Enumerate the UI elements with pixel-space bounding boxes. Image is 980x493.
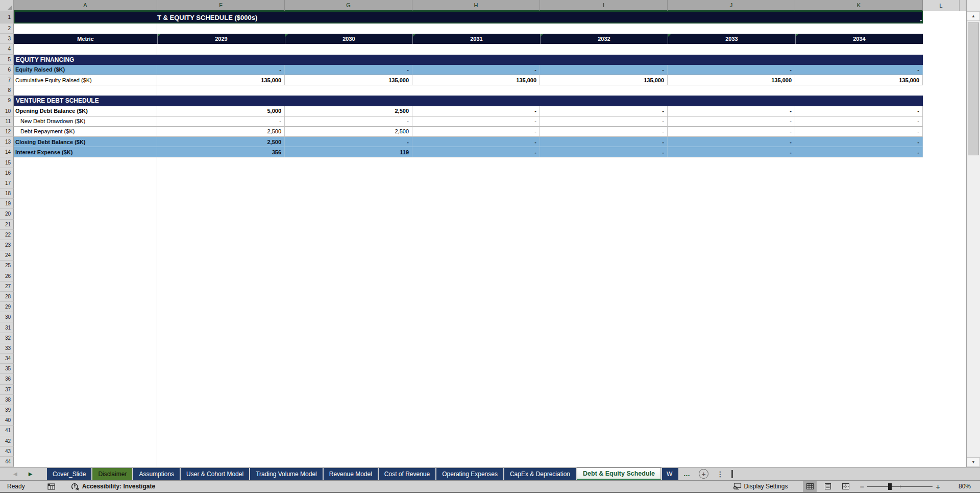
value-cell-2030[interactable]: - [285,137,412,147]
column-header-A[interactable]: A [14,0,157,11]
value-cell-2030[interactable]: - [285,65,412,75]
value-cell-2034[interactable]: - [795,65,923,75]
row-header-32[interactable]: 32 [0,333,14,343]
row-header-40[interactable]: 40 [0,415,14,426]
row-header-27[interactable]: 27 [0,281,14,292]
empty-cell[interactable] [14,415,157,426]
value-cell-2032[interactable]: - [540,116,668,127]
value-cell-2029[interactable]: - [157,116,285,127]
row-header-43[interactable]: 43 [0,447,14,457]
empty-cell[interactable] [14,85,157,96]
value-cell-2033[interactable]: - [668,137,795,147]
row-header-1[interactable]: 1 [0,11,14,24]
sheet-tab-disclaimer[interactable]: Disclaimer [92,468,132,480]
empty-cell[interactable] [14,374,157,384]
row-header-36[interactable]: 36 [0,374,14,384]
selection-fill-handle[interactable] [920,20,923,24]
value-cell-2030[interactable]: 135,000 [285,75,412,85]
label-cell[interactable]: Equity Raised ($K) [14,65,157,75]
value-cell-2029[interactable]: - [157,65,285,75]
year-header-cell-2031[interactable]: 2031 [412,34,540,44]
row-header-6[interactable]: 6 [0,65,14,75]
row-header-41[interactable]: 41 [0,426,14,436]
value-cell-2032[interactable]: - [540,106,668,116]
row-header-18[interactable]: 18 [0,189,14,199]
year-header-cell-2033[interactable]: 2033 [668,34,795,44]
row-header-24[interactable]: 24 [0,250,14,261]
row-header-13[interactable]: 13 [0,137,14,147]
value-cell-2034[interactable]: - [795,127,923,137]
value-cell-2034[interactable]: - [795,147,923,157]
scroll-down-icon[interactable]: ▼ [967,457,980,467]
row-header-28[interactable]: 28 [0,292,14,302]
value-cell-2032[interactable]: - [540,137,668,147]
empty-cell[interactable] [14,209,157,219]
empty-cell[interactable] [14,302,157,312]
column-header-sliver[interactable] [960,0,966,11]
value-cell-2033[interactable]: - [668,65,795,75]
tab-scroll-left-icon[interactable]: ◀ [13,472,17,477]
sheet-tab-trading-volume-model[interactable]: Trading Volume Model [250,468,323,480]
row-header-20[interactable]: 20 [0,209,14,219]
value-cell-2029[interactable]: 5,000 [157,106,285,116]
display-settings-button[interactable]: Display Settings [733,483,788,490]
view-page-layout-button[interactable] [821,481,835,492]
value-cell-2031[interactable]: - [412,106,540,116]
section-header-cell[interactable]: EQUITY FINANCING [14,55,923,65]
row-header-23[interactable]: 23 [0,240,14,250]
row-header-21[interactable]: 21 [0,220,14,230]
value-cell-2030[interactable]: 119 [285,147,412,157]
sheet-tab-user-cohort-model[interactable]: User & Cohort Model [181,468,249,480]
row-header-16[interactable]: 16 [0,168,14,178]
empty-cell[interactable] [14,333,157,343]
value-cell-2029[interactable]: 2,500 [157,127,285,137]
row-header-22[interactable]: 22 [0,230,14,240]
row-header-34[interactable]: 34 [0,354,14,364]
value-cell-2032[interactable]: - [540,65,668,75]
macro-record-icon[interactable] [47,483,55,490]
empty-cell[interactable] [14,395,157,405]
row-header-19[interactable]: 19 [0,199,14,209]
empty-cell[interactable] [14,354,157,364]
empty-cell[interactable] [14,436,157,447]
zoom-out-button[interactable]: − [856,482,867,491]
value-cell-2034[interactable]: - [795,137,923,147]
value-cell-2029[interactable]: 2,500 [157,137,285,147]
empty-cell[interactable] [14,447,157,457]
label-cell[interactable]: New Debt Drawdown ($K) [14,116,157,127]
row-header-12[interactable]: 12 [0,127,14,137]
zoom-slider-thumb[interactable] [888,483,892,490]
empty-cell[interactable] [14,385,157,395]
empty-cell[interactable] [14,364,157,374]
value-cell-2031[interactable]: - [412,127,540,137]
row-header-42[interactable]: 42 [0,436,14,447]
empty-cell[interactable] [14,457,157,467]
zoom-in-button[interactable]: + [933,482,943,491]
empty-cell[interactable] [14,44,157,54]
empty-cell[interactable] [14,168,157,178]
scrollbar-thumb[interactable] [968,22,979,155]
empty-cell[interactable] [14,261,157,271]
empty-cell[interactable] [14,157,157,168]
row-header-7[interactable]: 7 [0,75,14,85]
row-header-25[interactable]: 25 [0,261,14,271]
empty-cell[interactable] [14,24,157,34]
value-cell-2030[interactable]: 2,500 [285,106,412,116]
empty-cell[interactable] [14,281,157,292]
sheet-tab-operating-expenses[interactable]: Operating Expenses [436,468,503,480]
empty-cell[interactable] [14,220,157,230]
row-header-10[interactable]: 10 [0,106,14,116]
sheet-options-icon[interactable]: ⋮ [717,470,724,478]
label-cell[interactable]: Closing Debt Balance ($K) [14,137,157,147]
select-all-button[interactable] [0,0,14,11]
label-cell[interactable]: Debt Repayment ($K) [14,127,157,137]
column-header-J[interactable]: J [668,0,795,11]
row-header-39[interactable]: 39 [0,405,14,415]
sheet-tab-assumptions[interactable]: Assumptions [133,468,180,480]
row-header-3[interactable]: 3 [0,34,14,44]
empty-cell[interactable] [14,426,157,436]
empty-cell[interactable] [14,405,157,415]
year-header-cell-2030[interactable]: 2030 [285,34,412,44]
row-header-33[interactable]: 33 [0,343,14,354]
title-cell[interactable]: T & EQUITY SCHEDULE ($000s) [14,11,923,24]
